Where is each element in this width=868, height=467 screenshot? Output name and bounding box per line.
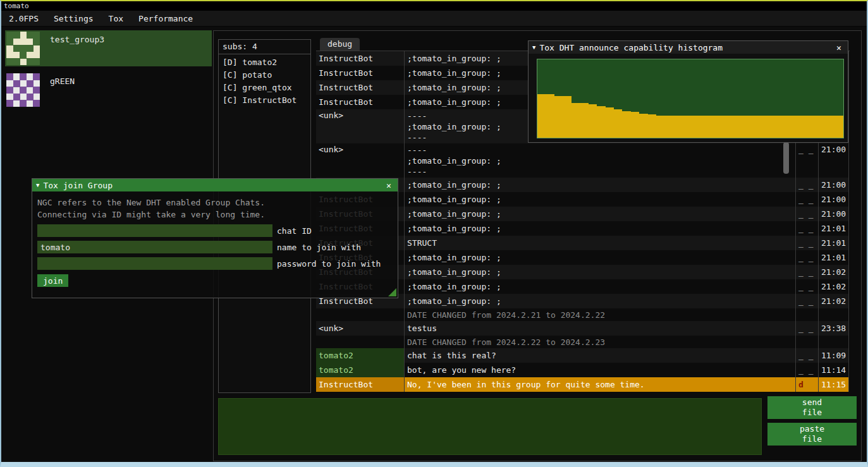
collapse-arrow-icon[interactable]: ▼: [532, 44, 535, 51]
histogram-bar: [554, 96, 563, 138]
histogram-bar: [606, 107, 614, 138]
histogram-window-title: Tox DHT announce capability histogram: [539, 43, 830, 52]
histogram-bar: [750, 116, 758, 138]
histogram-bar: [784, 116, 792, 138]
flags-cell: _ _: [796, 265, 819, 279]
time-cell: 21:01: [819, 250, 849, 265]
group-avatar: [6, 73, 40, 107]
dht-histogram-plot: [537, 59, 844, 138]
sender-name-cell: <unk>: [316, 143, 405, 178]
window-titlebar[interactable]: tomato: [1, 1, 867, 11]
message-cell: ;tomato_in_group: ;: [405, 178, 796, 192]
join-group-window: ▼ Tox join Group ✕ NGC refers to the New…: [32, 178, 398, 298]
join-description-line2: Connecting via ID might take a very long…: [37, 209, 393, 221]
resize-grip[interactable]: [388, 288, 396, 296]
message-cell: DATE CHANGED from 2024.2.22 to 2024.2.23: [405, 336, 796, 348]
group-item-green[interactable]: gREEN: [5, 72, 212, 108]
menu-bar: 2.0FPSSettingsToxPerformance: [1, 11, 867, 27]
histogram-bar: [742, 116, 750, 138]
flags-cell: d: [796, 377, 819, 392]
flags-cell: [796, 336, 819, 348]
histogram-bar: [767, 116, 775, 138]
flags-cell: _ _: [796, 250, 819, 265]
join-window-titlebar[interactable]: ▼ Tox join Group ✕: [32, 179, 398, 191]
group-item-test_group3[interactable]: test_group3: [5, 30, 212, 66]
histogram-bar: [716, 116, 724, 138]
message-input[interactable]: [218, 398, 762, 455]
time-cell: 21:01: [819, 236, 849, 250]
subs-list-item[interactable]: [D] tomato2: [219, 56, 310, 69]
dht-histogram-window: ▼ Tox DHT announce capability histogram …: [528, 40, 848, 143]
sender-name-cell: tomato2: [316, 348, 405, 363]
message-cell: ;tomato_in_group: ;: [405, 279, 796, 294]
message-cell: bot, are you new here?: [405, 363, 796, 377]
message-line: ;tomato_in_group: ;: [407, 155, 501, 166]
subs-list-item[interactable]: [C] green_qtox: [219, 82, 310, 94]
chat-message-row[interactable]: tomato2chat is this real?_ _11:09: [316, 348, 849, 363]
flags-cell: _ _: [796, 294, 819, 308]
sender-name-cell: InstructBot: [316, 95, 405, 109]
chat-date-row[interactable]: DATE CHANGED from 2024.2.21 to 2024.2.22: [316, 308, 849, 321]
join-window-title: Tox join Group: [43, 181, 380, 190]
histogram-bar: [809, 116, 817, 138]
subs-list-item[interactable]: [C] potato: [219, 69, 310, 82]
time-cell: 21:00: [819, 192, 849, 207]
histogram-bar: [572, 103, 580, 138]
app-window: tomato 2.0FPSSettingsToxPerformance test…: [0, 0, 868, 467]
menu-item-2-0fps: 2.0FPS: [1, 11, 46, 26]
histogram-bar: [733, 116, 741, 138]
join-password-input[interactable]: [37, 257, 272, 270]
histogram-window-titlebar[interactable]: ▼ Tox DHT announce capability histogram …: [529, 41, 848, 54]
chat-message-row[interactable]: InstructBotNo, I've been in this group f…: [316, 377, 849, 392]
histogram-bar: [724, 116, 733, 138]
histogram-bar: [834, 116, 843, 138]
sender-name-cell: [316, 308, 405, 321]
group-label: test_group3: [41, 30, 104, 66]
histogram-bar: [826, 116, 834, 138]
histogram-bar: [639, 114, 647, 138]
time-cell: 21:00: [819, 207, 849, 221]
message-cell: ;tomato_in_group: ;: [405, 265, 796, 279]
chat-scrollbar[interactable]: [783, 142, 789, 174]
sender-name-cell: [316, 336, 405, 348]
histogram-bar: [801, 116, 809, 138]
chat-date-row[interactable]: DATE CHANGED from 2024.2.22 to 2024.2.23: [316, 336, 849, 348]
sender-name-cell: InstructBot: [316, 66, 405, 80]
close-icon[interactable]: ✕: [834, 43, 844, 52]
send-file-button[interactable]: send file: [767, 396, 857, 419]
histogram-bar: [792, 116, 800, 138]
message-line: ----: [407, 132, 427, 143]
menu-item-settings[interactable]: Settings: [46, 11, 101, 26]
time-cell: [819, 308, 849, 321]
join-button[interactable]: join: [37, 274, 68, 287]
join-name-input[interactable]: [37, 241, 272, 253]
message-cell: ;tomato_in_group: ;: [405, 192, 796, 207]
menu-item-tox[interactable]: Tox: [101, 11, 131, 26]
histogram-bar: [597, 106, 605, 138]
subs-list-item[interactable]: [C] InstructBot: [219, 94, 310, 107]
collapse-arrow-icon[interactable]: ▼: [36, 182, 39, 188]
tab-debug[interactable]: debug: [320, 38, 360, 51]
flags-cell: _ _: [796, 192, 819, 207]
sender-name-cell: InstructBot: [316, 51, 405, 66]
paste-file-button[interactable]: paste file: [767, 423, 857, 446]
chat-message-row[interactable]: tomato2bot, are you new here?_ _11:14: [316, 363, 849, 377]
time-cell: 21:00: [819, 178, 849, 192]
flags-cell: _ _: [796, 221, 819, 236]
menu-item-performance[interactable]: Performance: [131, 11, 200, 26]
flags-cell: _ _: [796, 279, 819, 294]
message-cell: ;tomato_in_group: ;: [405, 250, 796, 265]
chat-message-row[interactable]: <unk>----;tomato_in_group: ;----_ _21:00: [316, 143, 849, 178]
join-window-body: NGC refers to the New DHT enabled Group …: [32, 191, 398, 298]
message-line: ----: [407, 166, 427, 177]
histogram-bar: [817, 116, 826, 138]
histogram-bar: [648, 114, 656, 138]
message-line: ----: [407, 111, 427, 121]
chat-id-input[interactable]: [37, 224, 272, 237]
histogram-bar: [699, 116, 707, 138]
close-icon[interactable]: ✕: [384, 181, 394, 190]
time-cell: 21:02: [819, 279, 849, 294]
message-cell: chat is this real?: [405, 348, 796, 363]
sender-name-cell: InstructBot: [316, 80, 405, 95]
chat-message-row[interactable]: <unk>testus_ _23:38: [316, 321, 849, 336]
